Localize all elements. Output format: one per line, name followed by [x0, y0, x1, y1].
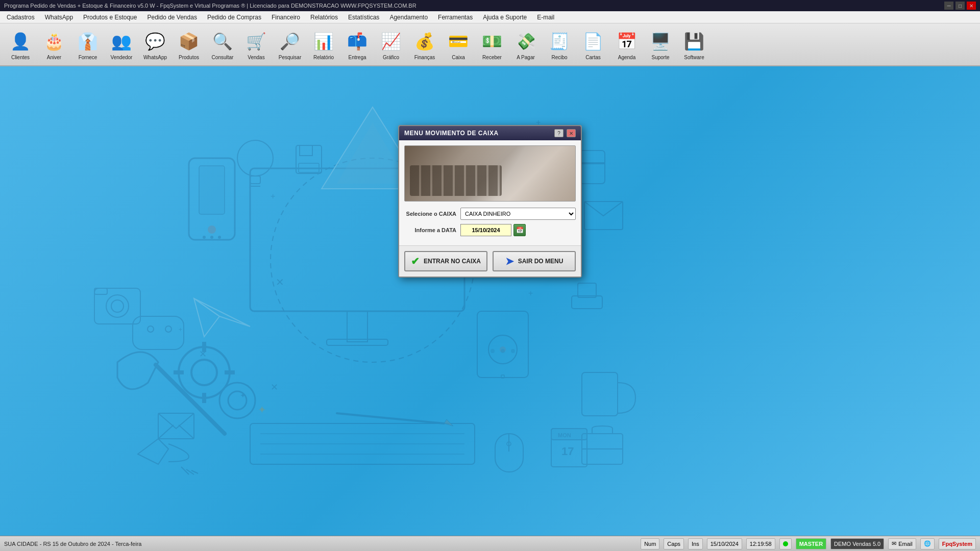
- caixa-select[interactable]: CAIXA DINHEIROCAIXA CARTÃOCAIXA CHEQUE: [460, 208, 576, 220]
- toolbar-btn-cartas[interactable]: 📄Cartas: [577, 25, 609, 64]
- toolbar-btn-grafico[interactable]: 📈Gráfico: [375, 25, 407, 64]
- toolbar-btn-fornece[interactable]: 👔Fornece: [71, 25, 104, 64]
- suporte-label: Suporte: [651, 55, 669, 60]
- vendedor-icon: 👥: [109, 29, 134, 54]
- menu-item-estatisticas[interactable]: Estatísticas: [344, 12, 384, 22]
- caixa-label: Caixa: [452, 55, 465, 60]
- caixa-label: Selecione o CAIXA: [404, 211, 460, 217]
- toolbar-btn-produtos[interactable]: 📦Produtos: [173, 25, 205, 64]
- enter-caixa-label: ENTRAR NO CAIXA: [424, 258, 481, 265]
- toolbar-btn-caixa[interactable]: 💳Caixa: [442, 25, 475, 64]
- entrega-icon: 📫: [345, 29, 370, 54]
- modal-controls: ? ✕: [554, 129, 576, 137]
- clientes-label: Clientes: [11, 55, 30, 60]
- title-bar: Programa Pedido de Vendas + Estoque & Fi…: [0, 0, 980, 11]
- data-label: Informe a DATA: [404, 227, 460, 233]
- toolbar-btn-receber[interactable]: 💵Receber: [476, 25, 508, 64]
- grafico-icon: 📈: [379, 29, 403, 54]
- date-input[interactable]: [460, 224, 511, 236]
- toolbar-btn-recibo[interactable]: 🧾Recibo: [543, 25, 576, 64]
- status-location: SUA CIDADE - RS 15 de Outubro de 2024 - …: [4, 541, 636, 547]
- grafico-label: Gráfico: [383, 55, 399, 60]
- toolbar-btn-pesquisar[interactable]: 🔎Pesquisar: [274, 25, 306, 64]
- window-controls: ─ □ ✕: [944, 2, 976, 10]
- toolbar-btn-vendas[interactable]: 🛒Vendas: [240, 25, 273, 64]
- receber-label: Receber: [482, 55, 502, 60]
- menu-item-agendamento[interactable]: Agendamento: [385, 12, 432, 22]
- menu-item-relatorios[interactable]: Relatórios: [306, 12, 342, 22]
- menu-bar: CadastrosWhatsAppProdutos e EstoquePedid…: [0, 11, 980, 23]
- toolbar-btn-suporte[interactable]: 🖥️Suporte: [644, 25, 677, 64]
- software-icon: 💾: [682, 29, 706, 54]
- toolbar-btn-financas[interactable]: 💰Finanças: [408, 25, 441, 64]
- status-user: MASTER: [796, 538, 826, 549]
- status-caps: Caps: [664, 538, 684, 549]
- enter-caixa-button[interactable]: ✔ ENTRAR NO CAIXA: [404, 251, 487, 271]
- cartas-label: Cartas: [585, 55, 600, 60]
- toolbar-btn-agenda[interactable]: 📅Agenda: [610, 25, 643, 64]
- close-button[interactable]: ✕: [967, 2, 976, 10]
- toolbar-btn-whatsapp[interactable]: 💬WhatsApp: [139, 25, 172, 64]
- vendedor-label: Vendedor: [111, 55, 133, 60]
- status-demo: DEMO Vendas 5.0: [830, 538, 884, 549]
- pesquisar-icon: 🔎: [278, 29, 302, 54]
- menu-item-whatsapp[interactable]: WhatsApp: [40, 12, 78, 22]
- produtos-icon: 📦: [177, 29, 201, 54]
- title-text: Programa Pedido de Vendas + Estoque & Fi…: [4, 3, 416, 9]
- maximize-button[interactable]: □: [955, 2, 965, 10]
- status-email: ✉ Email: [888, 538, 916, 549]
- a-pagar-icon: 💸: [513, 29, 538, 54]
- menu-item-ferramentas[interactable]: Ferramentas: [433, 12, 477, 22]
- toolbar-btn-entrega[interactable]: 📫Entrega: [341, 25, 374, 64]
- caixa-row: Selecione o CAIXA CAIXA DINHEIROCAIXA CA…: [404, 208, 576, 220]
- entrega-label: Entrega: [348, 55, 366, 60]
- menu-item-ajuda[interactable]: Ajuda e Suporte: [478, 12, 531, 22]
- data-row: Informe a DATA 📅: [404, 224, 576, 236]
- suporte-icon: 🖥️: [648, 29, 673, 54]
- toolbar-btn-consultar[interactable]: 🔍Consultar: [206, 25, 239, 64]
- consultar-label: Consultar: [212, 55, 234, 60]
- menu-item-produtos[interactable]: Produtos e Estoque: [79, 12, 141, 22]
- menu-item-pedido-compras[interactable]: Pedido de Compras: [203, 12, 266, 22]
- modal-close-button[interactable]: ✕: [567, 129, 576, 137]
- financas-icon: 💰: [412, 29, 437, 54]
- agenda-icon: 📅: [615, 29, 639, 54]
- menu-item-email[interactable]: E-mail: [532, 12, 559, 22]
- toolbar-btn-clientes[interactable]: 👤Clientes: [4, 25, 37, 64]
- receber-icon: 💵: [480, 29, 504, 54]
- modal-help-button[interactable]: ?: [554, 129, 564, 137]
- calendar-button[interactable]: 📅: [513, 224, 526, 236]
- toolbar-btn-vendedor[interactable]: 👥Vendedor: [105, 25, 138, 64]
- a-pagar-label: A Pagar: [517, 55, 535, 60]
- fornece-icon: 👔: [76, 29, 100, 54]
- toolbar: 👤Clientes🎂Aniver👔Fornece👥Vendedor💬WhatsA…: [0, 23, 980, 66]
- date-input-wrapper: 📅: [460, 224, 526, 236]
- status-date: 15/10/2024: [707, 538, 742, 549]
- toolbar-btn-a-pagar[interactable]: 💸A Pagar: [509, 25, 542, 64]
- status-ins: Ins: [688, 538, 703, 549]
- menu-item-pedido-vendas[interactable]: Pedido de Vendas: [142, 12, 201, 22]
- status-dot-green: [783, 541, 788, 546]
- status-network: 🌐: [920, 538, 935, 549]
- software-label: Software: [684, 55, 704, 60]
- status-time: 12:19:58: [746, 538, 775, 549]
- aniver-label: Aniver: [47, 55, 61, 60]
- menu-item-financeiro[interactable]: Financeiro: [267, 12, 305, 22]
- modal-titlebar: MENU MOVIMENTO DE CAIXA ? ✕: [399, 126, 581, 140]
- toolbar-btn-software[interactable]: 💾Software: [678, 25, 710, 64]
- toolbar-btn-aniver[interactable]: 🎂Aniver: [38, 25, 70, 64]
- exit-menu-button[interactable]: ➤ SAIR DO MENU: [493, 251, 576, 271]
- whatsapp-icon: 💬: [143, 29, 167, 54]
- toolbar-btn-relatorio[interactable]: 📊Relatório: [307, 25, 340, 64]
- modal-body: Selecione o CAIXA CAIXA DINHEIROCAIXA CA…: [399, 140, 581, 245]
- produtos-label: Produtos: [179, 55, 199, 60]
- status-indicator: [779, 538, 792, 549]
- vendas-icon: 🛒: [244, 29, 268, 54]
- minimize-button[interactable]: ─: [944, 2, 953, 10]
- menu-item-cadastros[interactable]: Cadastros: [2, 12, 39, 22]
- relatorio-icon: 📊: [311, 29, 336, 54]
- vendas-label: Vendas: [248, 55, 264, 60]
- modal-footer: ✔ ENTRAR NO CAIXA ➤ SAIR DO MENU: [399, 245, 581, 277]
- network-icon: 🌐: [924, 540, 931, 547]
- fornece-label: Fornece: [79, 55, 97, 60]
